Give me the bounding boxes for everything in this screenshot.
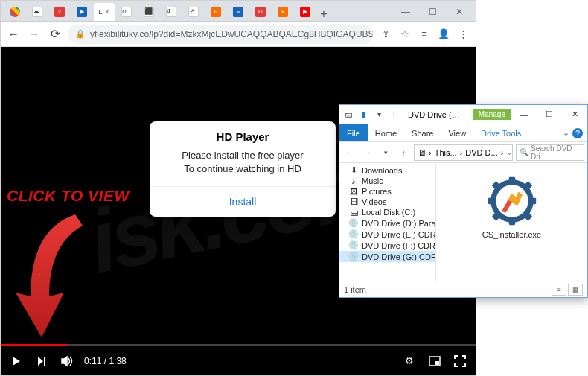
lock-icon: 🔒 [75,29,86,39]
back-button[interactable]: ← [5,26,22,42]
url-text: yflexibilituky.co/lp?did=MzkxMjcEDwUCAQQ… [90,29,373,39]
tree-dvd-e[interactable]: 💿DVD Drive (E:) CDROM [339,229,435,240]
maximize-button[interactable]: ☐ [419,3,446,21]
tab-1[interactable]: ☁ [27,3,48,21]
qa-sep: | [387,108,400,121]
svg-rect-5 [488,198,495,204]
svg-rect-1 [435,361,439,365]
exp-maximize[interactable]: ☐ [537,106,562,124]
qa-save[interactable]: ▮ [357,108,371,121]
ribbon: File Home Share View Drive Tools ⌄? [339,124,587,142]
profile-icon[interactable]: 👤 [435,26,452,42]
ribbon-file[interactable]: File [339,124,368,141]
tab-7[interactable]: 4 [161,3,182,21]
ribbon-drive-tools[interactable]: Drive Tools [473,124,528,141]
tree-music[interactable]: ♪Music [339,176,435,186]
qa-icon[interactable]: 🖴 [342,108,356,121]
exp-close[interactable]: ✕ [562,106,587,124]
click-to-view-text: CLICK TO VIEW [7,187,130,205]
explorer-title: DVD Drive (G:) CDROM... [403,110,470,119]
view-icons[interactable]: ▦ [568,284,583,296]
volume-button[interactable] [59,353,75,369]
tab-9[interactable]: F [205,3,226,21]
play-button[interactable] [8,353,25,369]
nav-recent[interactable]: ▾ [378,145,393,160]
tree-dvd-f[interactable]: 💿DVD Drive (F:) CDROM [339,240,435,251]
tab-2[interactable]: 2 [49,3,70,21]
search-input[interactable]: 🔍 Search DVD Dri [516,144,584,161]
installer-icon[interactable] [486,175,538,227]
fullscreen-button[interactable] [452,353,468,369]
reload-button[interactable]: ⟳ [47,26,63,42]
nav-up[interactable]: ↑ [396,145,411,160]
item-count: 1 item [344,285,366,294]
status-bar: 1 item ≡ ▦ [339,281,587,297]
tree-videos[interactable]: 🎞Videos [339,197,435,207]
breadcrumb[interactable]: 🖥 › This... › DVD D... › ⌄ ↻ [414,144,513,161]
nav-forward[interactable]: → [360,145,375,160]
qa-down[interactable]: ▾ [372,108,386,121]
close-button[interactable]: ✕ [446,3,473,21]
pc-icon: 🖥 [418,148,426,157]
svg-rect-4 [508,217,514,225]
tree-pictures[interactable]: 🖼Pictures [339,186,435,197]
install-button[interactable]: Install [150,187,336,217]
nav-back[interactable]: ← [342,145,357,160]
extensions-icon[interactable]: ≡ [416,26,432,42]
new-tab-button[interactable]: + [316,7,331,21]
tree-local-disk[interactable]: 🖴Local Disk (C:) [339,207,435,217]
explorer-window: 🖴 ▮ ▾ | DVD Drive (G:) CDROM... Manage —… [339,104,588,298]
svg-rect-6 [528,198,536,204]
modal-message: Please install the free player To contin… [150,149,336,186]
ribbon-expand-icon[interactable]: ⌄ [563,128,569,138]
tree-downloads[interactable]: ⬇Downloads [339,165,435,176]
tab-3[interactable]: ▶ [71,3,92,21]
ribbon-share[interactable]: Share [404,124,441,141]
path-bar: ← → ▾ ↑ 🖥 › This... › DVD D... › ⌄ ↻ 🔍 S… [339,142,587,163]
nav-tree: ⬇Downloads ♪Music 🖼Pictures 🎞Videos 🖴Loc… [339,163,436,281]
install-modal: HD Player Please install the free player… [150,121,336,217]
tab-6[interactable]: ⬛ [138,3,159,21]
help-icon[interactable]: ? [572,128,583,138]
share-icon[interactable]: ⇪ [377,26,394,42]
explorer-titlebar: 🖴 ▮ ▾ | DVD Drive (G:) CDROM... Manage —… [339,105,587,124]
tab-5[interactable]: ‹› [116,3,137,21]
tab-4[interactable]: L✕ [94,3,115,21]
next-button[interactable] [33,353,50,369]
video-controls: 0:11 / 1:38 ⚙ [1,344,476,375]
tab-10[interactable]: ≡ [228,3,249,21]
view-details[interactable]: ≡ [552,284,566,296]
miniplayer-button[interactable] [426,353,443,369]
bookmark-icon[interactable]: ☆ [397,26,413,42]
tab-13[interactable]: ▶ [295,3,316,21]
tree-dvd-d[interactable]: 💿DVD Drive (D:) Parallel [339,217,435,229]
forward-button[interactable]: → [26,26,42,42]
file-name[interactable]: CS_installer.exe [482,230,542,239]
address-bar: ← → ⟳ 🔒 yflexibilituky.co/lp?did=MzkxMjc… [1,22,476,47]
file-area[interactable]: CS_installer.exe [436,163,587,281]
svg-rect-3 [508,177,514,185]
minimize-button[interactable]: — [392,3,419,21]
tab-12[interactable]: ▪ [272,3,293,21]
exp-minimize[interactable]: — [511,106,537,124]
settings-button[interactable]: ⚙ [401,353,418,369]
tree-dvd-g[interactable]: 💿DVD Drive (G:) CDROM [339,251,435,262]
progress-bar[interactable] [1,344,476,346]
omnibox[interactable]: 🔒 yflexibilituky.co/lp?did=MzkxMjcEDwUCA… [68,25,373,44]
tab-11[interactable]: D [250,3,271,21]
tab-strip: ☁ 2 ▶ L✕ ‹› ⬛ 4 ↗ F ≡ D ▪ ▶ + — ☐ ✕ [1,1,476,22]
modal-title: HD Player [150,121,336,149]
progress-played [1,344,67,346]
arrow-icon [8,207,90,341]
ribbon-view[interactable]: View [441,124,473,141]
ribbon-home[interactable]: Home [368,124,404,141]
search-icon: 🔍 [520,148,528,156]
tab-0[interactable] [4,3,25,21]
tab-8[interactable]: ↗ [183,3,204,21]
manage-tab[interactable]: Manage [473,109,511,120]
time-display: 0:11 / 1:38 [84,356,127,366]
menu-icon[interactable]: ⋮ [455,26,471,42]
